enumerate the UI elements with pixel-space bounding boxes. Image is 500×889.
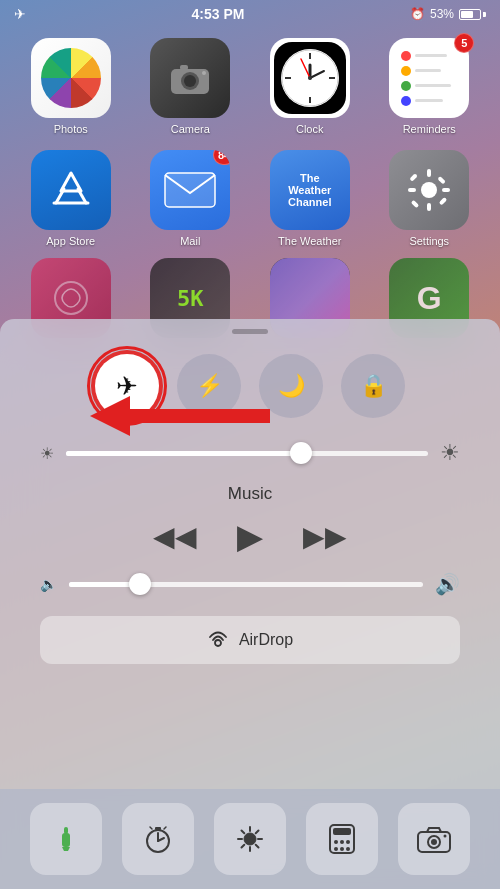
- volume-high-icon: 🔊: [435, 572, 460, 596]
- torch-icon: [52, 825, 80, 853]
- timer-icon: [142, 823, 174, 855]
- svg-rect-34: [155, 827, 161, 830]
- svg-point-16: [421, 182, 437, 198]
- svg-rect-3: [180, 65, 188, 70]
- volume-low-icon: 🔈: [40, 576, 57, 592]
- svg-rect-17: [427, 169, 431, 177]
- battery-icon: [459, 9, 486, 20]
- app-clock-label: Clock: [296, 123, 324, 136]
- svg-point-25: [55, 282, 87, 314]
- app-reminders[interactable]: 5 Reminders: [375, 38, 485, 136]
- svg-point-27: [215, 640, 221, 646]
- airplane-mode-icon: ✈: [14, 6, 26, 22]
- camera-shortcut-button[interactable]: [398, 803, 470, 875]
- play-pause-button[interactable]: ▶: [237, 516, 263, 556]
- moon-icon: 🌙: [278, 373, 305, 399]
- battery-percentage: 53%: [430, 7, 454, 21]
- alarm-icon: ⏰: [410, 7, 425, 21]
- timer-button[interactable]: [122, 803, 194, 875]
- torch-button[interactable]: [30, 803, 102, 875]
- cc-airplane-button[interactable]: ✈: [95, 354, 159, 418]
- svg-point-50: [346, 840, 350, 844]
- cc-moon-button[interactable]: 🌙: [259, 354, 323, 418]
- app-weather-label: The Weather: [278, 235, 341, 248]
- rotation-lock-icon: 🔒: [360, 373, 387, 399]
- mail-badge: 84: [213, 150, 230, 165]
- svg-rect-47: [333, 828, 351, 835]
- svg-rect-29: [64, 827, 68, 834]
- brightness-slider[interactable]: [66, 451, 428, 456]
- svg-rect-22: [439, 197, 447, 205]
- app-photos[interactable]: Photos: [16, 38, 126, 136]
- cc-buttons-row: ✈ ⚡ 🌙 🔒: [95, 354, 405, 418]
- next-track-button[interactable]: ▶▶: [303, 520, 347, 553]
- app-settings[interactable]: Settings: [375, 150, 485, 248]
- svg-point-48: [334, 840, 338, 844]
- svg-rect-15: [165, 173, 215, 207]
- app-mail[interactable]: 84 Mail: [136, 150, 246, 248]
- svg-rect-18: [427, 203, 431, 211]
- svg-rect-21: [410, 173, 418, 181]
- nightshift-icon: [234, 823, 266, 855]
- svg-line-45: [242, 845, 245, 848]
- app-clock[interactable]: Clock: [255, 38, 365, 136]
- volume-slider-row: 🔈 🔊: [40, 572, 460, 596]
- svg-rect-23: [438, 176, 446, 184]
- svg-point-2: [184, 75, 196, 87]
- brightness-high-icon: ☀: [440, 440, 460, 466]
- cc-bluetooth-button[interactable]: ⚡: [177, 354, 241, 418]
- app-reminders-label: Reminders: [403, 123, 456, 136]
- svg-line-42: [242, 831, 245, 834]
- app-grid: Photos Camera: [0, 28, 500, 258]
- status-bar: ✈ 4:53 PM ⏰ 53%: [0, 0, 500, 28]
- status-time: 4:53 PM: [192, 6, 245, 22]
- calculator-button[interactable]: [306, 803, 378, 875]
- reminders-badge: 5: [454, 33, 474, 53]
- calculator-icon: [328, 823, 356, 855]
- prev-track-button[interactable]: ◀◀: [153, 520, 197, 553]
- svg-line-43: [256, 845, 259, 848]
- airdrop-icon: [207, 629, 229, 651]
- music-controls: ◀◀ ▶ ▶▶: [153, 516, 347, 556]
- svg-rect-24: [411, 200, 419, 208]
- app-camera-label: Camera: [171, 123, 210, 136]
- svg-rect-19: [408, 188, 416, 192]
- camera2-icon: [417, 825, 451, 853]
- app-settings-label: Settings: [409, 235, 449, 248]
- status-left: ✈: [14, 6, 26, 22]
- airdrop-button[interactable]: AirDrop: [40, 616, 460, 664]
- svg-rect-28: [62, 833, 70, 847]
- brightness-low-icon: ☀: [40, 444, 54, 463]
- cc-rotation-button[interactable]: 🔒: [341, 354, 405, 418]
- night-shift-button[interactable]: [214, 803, 286, 875]
- cc-handle[interactable]: [232, 329, 268, 334]
- svg-point-13: [308, 76, 312, 80]
- app-appstore[interactable]: App Store: [16, 150, 126, 248]
- brightness-slider-row: ☀ ☀: [40, 440, 460, 466]
- app-camera[interactable]: Camera: [136, 38, 246, 136]
- app-appstore-label: App Store: [46, 235, 95, 248]
- music-label: Music: [228, 484, 272, 504]
- app-weather[interactable]: TheWeatherChannel The Weather: [255, 150, 365, 248]
- svg-point-37: [244, 833, 256, 845]
- svg-point-56: [431, 839, 437, 845]
- svg-line-44: [256, 831, 259, 834]
- airdrop-label: AirDrop: [239, 631, 293, 649]
- svg-point-51: [334, 847, 338, 851]
- status-right: ⏰ 53%: [410, 7, 486, 21]
- svg-point-49: [340, 840, 344, 844]
- svg-line-36: [164, 827, 166, 829]
- bottom-quick-bar: [0, 789, 500, 889]
- app-photos-label: Photos: [54, 123, 88, 136]
- volume-slider[interactable]: [69, 582, 423, 587]
- app-mail-label: Mail: [180, 235, 200, 248]
- svg-point-52: [340, 847, 344, 851]
- svg-point-53: [346, 847, 350, 851]
- svg-point-57: [444, 835, 447, 838]
- svg-rect-20: [442, 188, 450, 192]
- svg-marker-30: [62, 847, 70, 851]
- bluetooth-icon: ⚡: [196, 373, 223, 399]
- svg-point-4: [202, 71, 206, 75]
- svg-line-35: [150, 827, 152, 829]
